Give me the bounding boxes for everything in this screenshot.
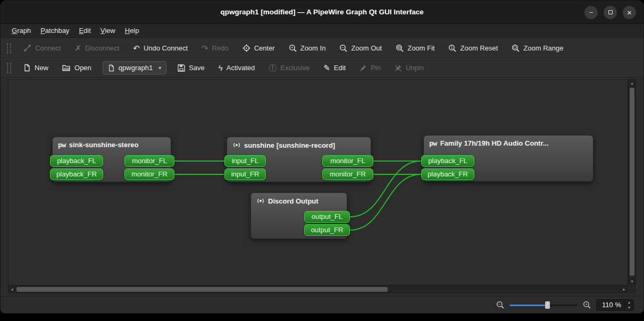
input-port-playback-fl[interactable]: playback_FL <box>421 155 474 167</box>
horizontal-scrollbar[interactable]: ◂ ▸ <box>8 285 628 293</box>
svg-text:1: 1 <box>451 45 453 50</box>
save-button[interactable]: Save <box>172 61 211 74</box>
output-port-output-fl[interactable]: output_FL <box>304 211 350 223</box>
scroll-down-icon[interactable]: ▾ <box>629 278 635 285</box>
zoom-slider[interactable] <box>509 301 578 309</box>
disconnect-icon: ✗ <box>74 44 81 52</box>
center-button[interactable]: Center <box>237 41 281 55</box>
redo-label: Redo <box>212 44 229 52</box>
spin-up-button[interactable]: ▴ <box>625 300 633 305</box>
center-icon <box>242 44 250 52</box>
unpin-icon <box>395 64 402 72</box>
graph-canvas[interactable]: pw sink-sunshine-stereo playback_FL play… <box>8 79 628 285</box>
undo-connect-button[interactable]: ↶ Undo Connect <box>127 41 194 55</box>
spin-down-button[interactable]: ▾ <box>625 305 633 310</box>
node-title: sunshine [sunshine-record] <box>244 141 335 149</box>
close-icon: × <box>627 9 632 16</box>
patchbay-combo-value: qpwgraph1 <box>119 64 153 72</box>
zoom-slider-fill <box>509 305 545 306</box>
zoom-out-icon: − <box>339 44 347 52</box>
zoom-spinbox[interactable]: 110 % ▴ ▾ <box>596 299 634 311</box>
connection-wire[interactable] <box>350 174 421 230</box>
input-port-input-fr[interactable]: input_FR <box>224 168 266 180</box>
zoom-out-label: Zoom Out <box>351 44 382 52</box>
exclusive-toggle[interactable]: ⓕ Exclusive <box>263 61 315 74</box>
svg-text:+: + <box>585 302 588 307</box>
record-icon <box>256 197 265 205</box>
zoom-in-label: Zoom In <box>300 44 326 52</box>
canvas-area: pw sink-sunshine-stereo playback_FL play… <box>8 79 636 293</box>
pipewire-icon: pw <box>58 141 66 149</box>
svg-text:−: − <box>341 45 344 50</box>
window-title: qpwgraph1 [modified] — A PipeWire Graph … <box>1 8 643 16</box>
output-port-monitor-fl[interactable]: monitor_FL <box>322 155 373 167</box>
connections-layer <box>9 80 628 285</box>
zoom-in-icon: + <box>583 301 591 309</box>
spin-buttons: ▴ ▾ <box>624 300 633 310</box>
zoom-fit-icon <box>396 44 404 52</box>
open-button[interactable]: Open <box>56 61 97 74</box>
minimize-button[interactable]: – <box>584 6 598 19</box>
zoom-in-button[interactable]: + Zoom In <box>283 41 332 55</box>
output-port-monitor-fr[interactable]: monitor_FR <box>322 168 373 180</box>
new-button[interactable]: New <box>18 61 54 74</box>
input-port-playback-fr[interactable]: playback_FR <box>50 168 103 180</box>
redo-icon: ↷ <box>202 44 208 52</box>
zoom-reset-button[interactable]: 1 Zoom Reset <box>442 41 504 55</box>
menu-graph[interactable]: Graph <box>7 24 36 38</box>
disconnect-label: Disconnect <box>85 44 119 52</box>
zoom-reset-icon: 1 <box>448 44 456 52</box>
output-port-output-fr[interactable]: output_FR <box>304 224 350 236</box>
connect-icon <box>23 44 31 52</box>
maximize-button[interactable] <box>604 6 617 19</box>
node-header: pw sink-sunshine-stereo <box>53 137 171 153</box>
redo-button[interactable]: ↷ Redo <box>196 41 235 55</box>
unpin-label: Unpin <box>406 64 424 72</box>
output-port-monitor-fr[interactable]: monitor_FR <box>124 168 174 180</box>
zoom-fit-button[interactable]: Zoom Fit <box>390 41 440 55</box>
zoom-fit-label: Zoom Fit <box>407 44 434 52</box>
exclusive-icon: ⓕ <box>269 64 277 72</box>
connect-button[interactable]: Connect <box>18 41 66 55</box>
zoom-out-icon: − <box>496 301 504 309</box>
menu-edit[interactable]: Edit <box>74 24 95 38</box>
edit-button[interactable]: ✎ Edit <box>317 61 352 74</box>
vertical-scrollbar-thumb[interactable] <box>630 88 634 276</box>
titlebar[interactable]: qpwgraph1 [modified] — A PipeWire Graph … <box>1 1 643 24</box>
toolbar-drag-handle[interactable] <box>7 43 11 54</box>
menubar: Graph Patchbay Edit View Help <box>1 24 643 38</box>
scroll-right-icon[interactable]: ▸ <box>621 286 628 293</box>
close-button[interactable]: × <box>623 6 636 19</box>
connect-label: Connect <box>35 44 61 52</box>
node-header: Discord Output <box>251 193 347 209</box>
toolbar-drag-handle[interactable] <box>7 63 11 73</box>
input-port-playback-fl[interactable]: playback_FL <box>50 155 103 167</box>
zoom-reset-label: Zoom Reset <box>460 44 498 52</box>
output-port-monitor-fl[interactable]: monitor_FL <box>124 155 174 167</box>
disconnect-button[interactable]: ✗ Disconnect <box>69 41 125 55</box>
maximize-icon <box>608 10 613 14</box>
zoom-out-button[interactable]: − Zoom Out <box>333 41 388 55</box>
save-label: Save <box>189 64 205 72</box>
pin-button[interactable]: Pin <box>354 61 387 74</box>
edit-label: Edit <box>334 64 346 72</box>
unpin-button[interactable]: Unpin <box>389 61 430 74</box>
menu-help[interactable]: Help <box>120 24 144 38</box>
activated-toggle[interactable]: ϟ Activated <box>213 61 261 74</box>
zoom-range-button[interactable]: Zoom Range <box>506 41 569 55</box>
record-icon <box>232 141 241 149</box>
exclusive-label: Exclusive <box>280 64 310 72</box>
patchbay-file-icon <box>108 64 115 72</box>
menu-patchbay[interactable]: Patchbay <box>36 24 74 38</box>
horizontal-scrollbar-thumb[interactable] <box>16 287 388 292</box>
window-controls: – × <box>584 1 636 24</box>
zoom-slider-handle[interactable] <box>545 301 550 309</box>
menu-view[interactable]: View <box>96 24 120 38</box>
input-port-playback-fr[interactable]: playback_FR <box>421 168 474 180</box>
patchbay-combo[interactable]: qpwgraph1 ▾ <box>103 61 166 74</box>
vertical-scrollbar[interactable]: ▴ ▾ <box>628 79 636 285</box>
scroll-up-icon[interactable]: ▴ <box>629 80 635 87</box>
input-port-input-fl[interactable]: input_FL <box>224 155 266 167</box>
zoom-value: 110 % <box>601 301 624 309</box>
scroll-left-icon[interactable]: ◂ <box>9 286 15 293</box>
